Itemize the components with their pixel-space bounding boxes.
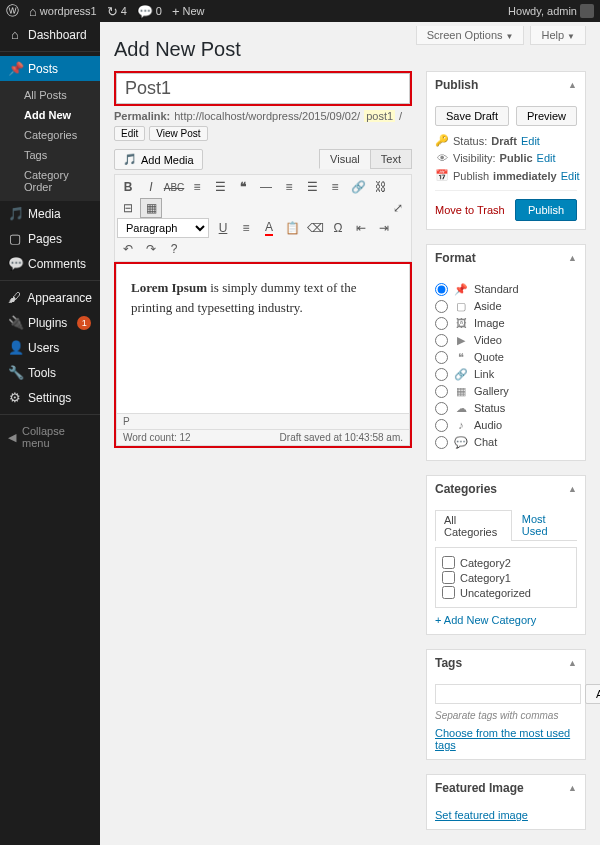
more-button[interactable]: ⊟ — [117, 198, 139, 218]
menu-pages[interactable]: ▢Pages — [0, 226, 100, 251]
toolbar-toggle-button[interactable]: ▦ — [140, 198, 162, 218]
add-tag-button[interactable]: Add — [585, 684, 600, 704]
sub-cat-order[interactable]: Category Order — [0, 165, 100, 197]
help-toggle[interactable]: Help▼ — [530, 26, 586, 45]
link-button[interactable]: 🔗 — [347, 177, 369, 197]
format-radio[interactable] — [435, 368, 448, 381]
keyboard-help-button[interactable]: ? — [163, 239, 185, 259]
unlink-button[interactable]: ⛓ — [370, 177, 392, 197]
edit-status-link[interactable]: Edit — [521, 135, 540, 147]
menu-appearance[interactable]: 🖌Appearance — [0, 285, 100, 310]
post-title-input[interactable] — [116, 73, 410, 104]
quote-button[interactable]: ❝ — [232, 177, 254, 197]
wp-logo[interactable]: ⓦ — [6, 2, 19, 20]
format-radio[interactable] — [435, 351, 448, 364]
category-item[interactable]: Uncategorized — [442, 586, 570, 599]
format-gallery[interactable]: ▦Gallery — [435, 384, 577, 398]
set-featured-image-link[interactable]: Set featured image — [435, 809, 528, 821]
format-radio[interactable] — [435, 385, 448, 398]
featured-image-header[interactable]: Featured Image▲ — [427, 775, 585, 801]
underline-button[interactable]: U — [212, 218, 234, 238]
tb-account[interactable]: Howdy, admin — [508, 4, 594, 18]
cat-tab-all[interactable]: All Categories — [435, 510, 512, 541]
format-link[interactable]: 🔗Link — [435, 367, 577, 381]
sub-categories[interactable]: Categories — [0, 125, 100, 145]
format-radio[interactable] — [435, 317, 448, 330]
category-checkbox[interactable] — [442, 571, 455, 584]
tag-input[interactable] — [435, 684, 581, 704]
menu-settings[interactable]: ⚙Settings — [0, 385, 100, 410]
tags-box-header[interactable]: Tags▲ — [427, 650, 585, 676]
menu-comments[interactable]: 💬Comments — [0, 251, 100, 276]
format-image[interactable]: 🖼Image — [435, 316, 577, 330]
categories-box-header[interactable]: Categories▲ — [427, 476, 585, 502]
tb-comments[interactable]: 💬0 — [137, 4, 162, 19]
move-to-trash-link[interactable]: Move to Trash — [435, 204, 505, 216]
tab-text[interactable]: Text — [370, 149, 412, 169]
menu-posts[interactable]: 📌Posts — [0, 56, 100, 81]
preview-button[interactable]: Preview — [516, 106, 577, 126]
align-left-button[interactable]: ≡ — [278, 177, 300, 197]
choose-tags-link[interactable]: Choose from the most used tags — [435, 727, 570, 751]
screen-options-toggle[interactable]: Screen Options▼ — [416, 26, 525, 45]
category-item[interactable]: Category2 — [442, 556, 570, 569]
editor-body[interactable]: Lorem Ipsum is simply dummy text of the … — [116, 264, 410, 414]
tb-new[interactable]: +New — [172, 4, 205, 19]
undo-button[interactable]: ↶ — [117, 239, 139, 259]
menu-dashboard[interactable]: ⌂Dashboard — [0, 22, 100, 47]
menu-tools[interactable]: 🔧Tools — [0, 360, 100, 385]
format-quote[interactable]: ❝Quote — [435, 350, 577, 364]
clear-format-button[interactable]: ⌫ — [304, 218, 326, 238]
tb-site[interactable]: ⌂wordpress1 — [29, 4, 97, 19]
paste-button[interactable]: 📋 — [281, 218, 303, 238]
sub-all-posts[interactable]: All Posts — [0, 85, 100, 105]
align-center-button[interactable]: ☰ — [301, 177, 323, 197]
hr-button[interactable]: — — [255, 177, 277, 197]
ol-button[interactable]: ☰ — [209, 177, 231, 197]
italic-button[interactable]: I — [140, 177, 162, 197]
publish-button[interactable]: Publish — [515, 199, 577, 221]
redo-button[interactable]: ↷ — [140, 239, 162, 259]
view-post-button[interactable]: View Post — [149, 126, 207, 141]
strike-button[interactable]: ABC — [163, 177, 185, 197]
format-standard[interactable]: 📌Standard — [435, 282, 577, 296]
sub-add-new[interactable]: Add New — [0, 105, 100, 125]
paragraph-select[interactable]: Paragraph — [117, 218, 209, 238]
special-char-button[interactable]: Ω — [327, 218, 349, 238]
justify-button[interactable]: ≡ — [235, 218, 257, 238]
format-box-header[interactable]: Format▲ — [427, 245, 585, 271]
outdent-button[interactable]: ⇤ — [350, 218, 372, 238]
format-audio[interactable]: ♪Audio — [435, 418, 577, 432]
sub-tags[interactable]: Tags — [0, 145, 100, 165]
indent-button[interactable]: ⇥ — [373, 218, 395, 238]
format-video[interactable]: ▶Video — [435, 333, 577, 347]
menu-media[interactable]: 🎵Media — [0, 201, 100, 226]
fullscreen-button[interactable]: ⤢ — [387, 198, 409, 218]
format-radio[interactable] — [435, 334, 448, 347]
edit-schedule-link[interactable]: Edit — [561, 170, 580, 182]
edit-visibility-link[interactable]: Edit — [537, 152, 556, 164]
bold-button[interactable]: B — [117, 177, 139, 197]
menu-users[interactable]: 👤Users — [0, 335, 100, 360]
permalink-edit-button[interactable]: Edit — [114, 126, 145, 141]
format-radio[interactable] — [435, 402, 448, 415]
format-radio[interactable] — [435, 419, 448, 432]
save-draft-button[interactable]: Save Draft — [435, 106, 509, 126]
format-radio[interactable] — [435, 300, 448, 313]
tb-updates[interactable]: ↻4 — [107, 4, 127, 19]
publish-box-header[interactable]: Publish▲ — [427, 72, 585, 98]
collapse-menu[interactable]: ◀Collapse menu — [0, 419, 100, 455]
ul-button[interactable]: ≡ — [186, 177, 208, 197]
format-status[interactable]: ☁Status — [435, 401, 577, 415]
cat-tab-most-used[interactable]: Most Used — [514, 510, 575, 540]
align-right-button[interactable]: ≡ — [324, 177, 346, 197]
category-item[interactable]: Category1 — [442, 571, 570, 584]
format-radio[interactable] — [435, 283, 448, 296]
menu-plugins[interactable]: 🔌Plugins1 — [0, 310, 100, 335]
tab-visual[interactable]: Visual — [319, 149, 371, 169]
category-checkbox[interactable] — [442, 556, 455, 569]
format-radio[interactable] — [435, 436, 448, 449]
format-chat[interactable]: 💬Chat — [435, 435, 577, 449]
add-media-button[interactable]: 🎵Add Media — [114, 149, 203, 170]
add-category-link[interactable]: + Add New Category — [435, 614, 536, 626]
